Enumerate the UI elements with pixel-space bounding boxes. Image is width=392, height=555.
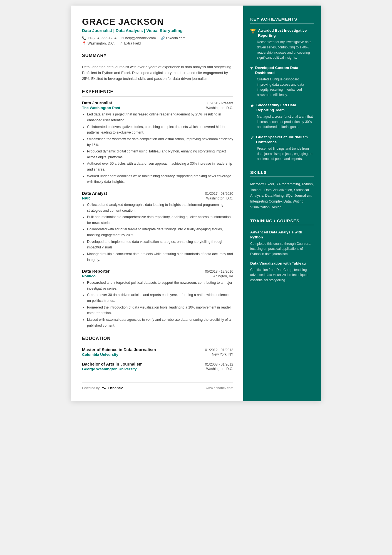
footer-website: www.enhancv.com bbox=[206, 386, 233, 390]
achievement-header: ★ Successfully Led Data Reporting Team bbox=[250, 103, 314, 113]
summary-title: SUMMARY bbox=[82, 53, 233, 60]
experience-section: EXPERIENCE Data Journalist 03/2020 - Pre… bbox=[82, 89, 233, 328]
city-value: Washington, D.C. bbox=[88, 41, 115, 45]
resume-container: GRACE JACKSON Data Journalist | Data Ana… bbox=[71, 6, 321, 401]
left-column: GRACE JACKSON Data Journalist | Data Ana… bbox=[71, 6, 243, 401]
exp-dates: 05/2013 - 12/2016 bbox=[205, 270, 233, 273]
bullet-item: Created over 30 data-driven articles and… bbox=[87, 292, 233, 304]
edu-subheader: Columbia University New York, NY bbox=[82, 352, 233, 357]
achievement-title: Developed Custom Data Dashboard bbox=[255, 65, 314, 75]
training-item: Data Visualization with Tableau Certific… bbox=[250, 261, 314, 283]
training-title: Data Visualization with Tableau bbox=[250, 261, 314, 266]
bullet-item: Researched and interpreted political dat… bbox=[87, 280, 233, 291]
experience-title: EXPERIENCE bbox=[82, 89, 233, 97]
city-contact: 📍 Washington, D.C. bbox=[82, 41, 115, 45]
bullet-item: Developed and implemented data visualiza… bbox=[87, 239, 233, 250]
bullet-item: Managed multiple concurrent data project… bbox=[87, 251, 233, 263]
edu-degree: Master of Science in Data Journalism bbox=[82, 347, 156, 352]
right-column: KEY ACHIEVEMENTS 🏆 Awarded Best Investig… bbox=[243, 6, 321, 401]
achievement-header: 🏆 Awarded Best Investigative Reporting bbox=[250, 28, 314, 38]
bullet-item: Collected and analyzed demographic data … bbox=[87, 202, 233, 213]
education-list: Master of Science in Data Journalism 01/… bbox=[82, 347, 233, 371]
exp-company: Politico bbox=[82, 274, 96, 278]
achievement-item: 🏆 Awarded Best Investigative Reporting R… bbox=[250, 28, 314, 60]
experience-item: Data Journalist 03/2020 - Present The Wa… bbox=[82, 100, 233, 185]
bullet-item: Liaised with external data agencies to v… bbox=[87, 317, 233, 328]
education-item: Bachelor of Arts in Journalism 01/2008 -… bbox=[82, 362, 233, 371]
bullet-item: Authored over 50 articles with a data-dr… bbox=[87, 161, 233, 172]
exp-location: Arlington, VA bbox=[213, 274, 233, 278]
phone-icon: 📞 bbox=[82, 36, 86, 40]
training-item: Advanced Data Analysis with Python Compl… bbox=[250, 230, 314, 256]
achievements-section: KEY ACHIEVEMENTS 🏆 Awarded Best Investig… bbox=[250, 17, 314, 162]
header-section: GRACE JACKSON Data Journalist | Data Ana… bbox=[82, 17, 233, 45]
summary-section: SUMMARY Detail-oriented data journalist … bbox=[82, 53, 233, 82]
education-title: EDUCATION bbox=[82, 336, 233, 343]
bullet-item: Produced dynamic digital content using T… bbox=[87, 149, 233, 160]
achievements-title: KEY ACHIEVEMENTS bbox=[250, 17, 314, 24]
exp-company: The Washington Post bbox=[82, 106, 120, 110]
exp-bullets: Collected and analyzed demographic data … bbox=[82, 202, 233, 263]
achievement-title: Successfully Led Data Reporting Team bbox=[256, 103, 314, 113]
star-icon: ☆ bbox=[120, 41, 123, 45]
email-value: help@enhancv.com bbox=[125, 36, 156, 40]
bullet-item: Streamlined the workflow for data compil… bbox=[87, 136, 233, 148]
exp-bullets: Led data analysis project that increased… bbox=[82, 112, 233, 185]
training-desc: Certification from DataCamp, teaching ad… bbox=[250, 267, 314, 283]
header-contacts: 📞 +1-(234)-555-1234 ✉ help@enhancv.com 🔗… bbox=[82, 36, 233, 40]
training-list: Advanced Data Analysis with Python Compl… bbox=[250, 230, 314, 283]
achievement-icon: ♥ bbox=[250, 66, 253, 71]
edu-subheader: George Washington University Washington,… bbox=[82, 367, 233, 371]
extra-value: Extra Field bbox=[124, 41, 141, 45]
achievement-title: Awarded Best Investigative Reporting bbox=[258, 28, 314, 38]
skills-section: SKILLS Microsoft Excel, R Programming, P… bbox=[250, 170, 314, 210]
bullet-item: Collaborated with editorial teams to int… bbox=[87, 226, 233, 238]
training-title: Advanced Data Analysis with Python bbox=[250, 230, 314, 240]
edu-location: New York, NY bbox=[212, 352, 233, 357]
bullet-item: Built and maintained a comprehensive dat… bbox=[87, 214, 233, 226]
achievement-icon: ★ bbox=[250, 103, 254, 108]
exp-location: Washington, D.C. bbox=[206, 196, 234, 200]
achievement-desc: Presented findings and trends from data … bbox=[250, 146, 314, 162]
education-section: EDUCATION Master of Science in Data Jour… bbox=[82, 336, 233, 371]
exp-location: Washington, D.C. bbox=[206, 106, 234, 110]
enhancv-logo: Enhancv bbox=[101, 386, 123, 390]
achievement-header: ♥ Developed Custom Data Dashboard bbox=[250, 65, 314, 75]
exp-dates: 03/2020 - Present bbox=[206, 101, 233, 105]
achievements-list: 🏆 Awarded Best Investigative Reporting R… bbox=[250, 28, 314, 162]
exp-bullets: Researched and interpreted political dat… bbox=[82, 280, 233, 328]
edu-dates: 01/2012 - 01/2013 bbox=[205, 348, 233, 352]
exp-header: Data Journalist 03/2020 - Present bbox=[82, 100, 233, 105]
exp-title: Data Journalist bbox=[82, 100, 112, 105]
exp-dates: 01/2017 - 03/2020 bbox=[205, 192, 233, 196]
left-footer: Powered by Enhancv www.enhancv.com bbox=[82, 382, 233, 390]
exp-subheader: The Washington Post Washington, D.C. bbox=[82, 106, 233, 110]
linkedin-value: linkedin.com bbox=[166, 36, 185, 40]
achievement-desc: Created a unique dashboard improving dat… bbox=[250, 77, 314, 97]
experience-list: Data Journalist 03/2020 - Present The Wa… bbox=[82, 100, 233, 328]
header-tagline: Data Journalist | Data Analysis | Visual… bbox=[82, 28, 233, 33]
location-icon: 📍 bbox=[82, 41, 86, 45]
achievement-desc: Managed a cross-functional team that inc… bbox=[250, 114, 314, 130]
edu-header: Master of Science in Data Journalism 01/… bbox=[82, 347, 233, 352]
exp-header: Data Reporter 05/2013 - 12/2016 bbox=[82, 269, 233, 273]
email-icon: ✉ bbox=[121, 36, 124, 40]
phone-value: +1-(234)-555-1234 bbox=[87, 36, 116, 40]
achievement-desc: Recognized for my investigative data-dri… bbox=[250, 40, 314, 60]
powered-by-label: Powered by bbox=[82, 386, 100, 390]
bullet-item: Collaborated on investigative stories, c… bbox=[87, 124, 233, 135]
exp-subheader: Politico Arlington, VA bbox=[82, 274, 233, 278]
achievement-title: Guest Speaker at Journalism Conference bbox=[256, 135, 314, 145]
enhancv-brand: Enhancv bbox=[108, 386, 123, 390]
achievement-header: ✔ Guest Speaker at Journalism Conference bbox=[250, 135, 314, 145]
training-title: TRAINING / COURSES bbox=[250, 218, 314, 225]
candidate-name: GRACE JACKSON bbox=[82, 17, 233, 27]
bullet-item: Led data analysis project that increased… bbox=[87, 112, 233, 123]
skills-text: Microsoft Excel, R Programming, Python, … bbox=[250, 181, 314, 210]
enhancv-logo-icon bbox=[101, 386, 107, 390]
skills-title: SKILLS bbox=[250, 170, 314, 177]
linkedin-icon: 🔗 bbox=[161, 36, 165, 40]
powered-by: Powered by Enhancv bbox=[82, 386, 123, 390]
achievement-item: ★ Successfully Led Data Reporting Team M… bbox=[250, 103, 314, 130]
training-desc: Completed this course through Coursera, … bbox=[250, 241, 314, 257]
